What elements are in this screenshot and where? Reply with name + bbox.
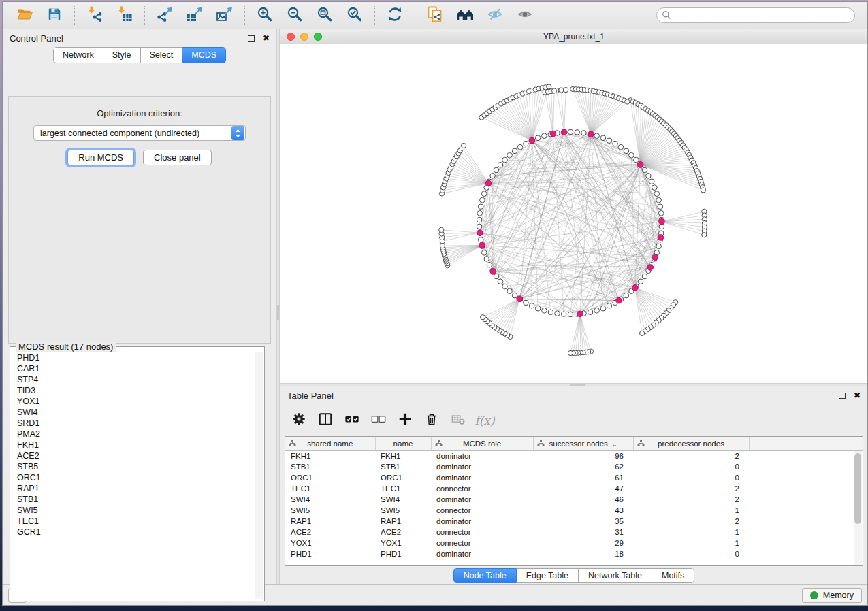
table-cell[interactable]: dominator xyxy=(431,548,533,559)
table-cell[interactable]: 0 xyxy=(633,548,749,559)
table-cell[interactable]: SWI4 xyxy=(285,494,375,505)
dominator-node[interactable] xyxy=(652,254,658,261)
network-node[interactable] xyxy=(477,224,482,229)
network-node[interactable] xyxy=(548,310,553,315)
tab-mcds[interactable]: MCDS xyxy=(182,47,226,63)
table-cell[interactable]: SWI5 xyxy=(285,505,375,516)
network-node[interactable] xyxy=(600,135,606,141)
network-node[interactable] xyxy=(613,141,618,146)
network-node[interactable] xyxy=(564,88,568,93)
table-cell[interactable]: 62 xyxy=(533,461,633,472)
network-node[interactable] xyxy=(490,173,496,178)
show-all-button[interactable] xyxy=(510,4,540,27)
table-cell[interactable]: 2 xyxy=(633,494,749,505)
table-cell[interactable]: ORC1 xyxy=(375,472,431,483)
table-cell[interactable]: RAP1 xyxy=(285,516,375,527)
network-node[interactable] xyxy=(462,143,466,148)
hide-selected-button[interactable] xyxy=(480,4,510,27)
table-cell[interactable]: 35 xyxy=(533,516,633,527)
network-node[interactable] xyxy=(638,279,643,284)
network-node[interactable] xyxy=(555,311,560,316)
network-node[interactable] xyxy=(658,204,663,210)
import-table-button[interactable] xyxy=(110,4,140,27)
dominator-node[interactable] xyxy=(477,230,483,236)
network-node[interactable] xyxy=(594,133,600,139)
table-cell[interactable]: 31 xyxy=(533,527,633,538)
table-cell[interactable]: 2 xyxy=(633,483,749,494)
deselect-all-columns-button[interactable] xyxy=(368,410,389,431)
run-mcds-button[interactable]: Run MCDS xyxy=(67,150,134,165)
column-header-MCDS-role[interactable]: MCDS role xyxy=(431,437,533,450)
table-cell[interactable]: PHD1 xyxy=(375,548,431,559)
mcds-result-item[interactable]: TEC1 xyxy=(12,516,255,527)
network-node[interactable] xyxy=(502,157,508,163)
column-header-shared-name[interactable]: shared name xyxy=(285,437,375,450)
table-cell[interactable]: 1 xyxy=(633,505,749,516)
table-cell[interactable]: ACE2 xyxy=(285,527,375,538)
column-settings-button[interactable] xyxy=(289,410,309,431)
table-cell[interactable]: ACE2 xyxy=(375,527,431,538)
network-node[interactable] xyxy=(607,138,612,144)
table-row[interactable]: TEC1TEC1connector472 xyxy=(285,483,863,494)
table-row[interactable]: ACE2ACE2connector311 xyxy=(285,527,863,538)
zoom-out-button[interactable] xyxy=(280,4,310,27)
table-row[interactable]: SWI4SWI4dominator462 xyxy=(285,494,863,505)
network-node[interactable] xyxy=(624,148,629,154)
table-cell[interactable]: 0 xyxy=(633,461,749,472)
network-node[interactable] xyxy=(517,144,523,150)
open-file-button[interactable] xyxy=(10,4,39,27)
dominator-node[interactable] xyxy=(561,129,567,135)
mcds-result-item[interactable]: STB1 xyxy=(12,494,255,505)
network-node[interactable] xyxy=(487,263,492,268)
network-node[interactable] xyxy=(481,315,485,320)
network-node[interactable] xyxy=(480,197,485,203)
table-cell[interactable]: YOX1 xyxy=(285,538,375,548)
network-node[interactable] xyxy=(654,191,660,197)
tab-network[interactable]: Network xyxy=(53,47,103,63)
dominator-node[interactable] xyxy=(479,242,485,248)
save-session-button[interactable] xyxy=(39,4,69,27)
float-icon[interactable] xyxy=(839,393,846,399)
mcds-result-item[interactable]: CAR1 xyxy=(12,363,255,374)
scrollbar-thumb[interactable] xyxy=(854,453,861,524)
column-header-successor-nodes[interactable]: successor nodes⌄ xyxy=(533,437,633,450)
table-cell[interactable]: 47 xyxy=(533,483,633,494)
network-node[interactable] xyxy=(524,300,529,306)
mcds-result-item[interactable]: RAP1 xyxy=(12,483,255,494)
export-network-button[interactable] xyxy=(150,4,180,27)
table-row[interactable]: PHD1PHD1dominator180 xyxy=(285,548,863,559)
table-cell[interactable]: dominator xyxy=(431,516,533,527)
mcds-result-item[interactable]: FKH1 xyxy=(12,440,255,450)
float-icon[interactable] xyxy=(248,35,255,42)
table-cell[interactable]: SWI5 xyxy=(375,505,431,516)
table-cell[interactable]: ORC1 xyxy=(285,472,375,483)
first-neighbors-button[interactable] xyxy=(450,4,480,27)
network-node[interactable] xyxy=(646,173,652,178)
mcds-result-item[interactable]: PMA2 xyxy=(12,429,255,440)
table-cell[interactable]: 29 xyxy=(533,538,633,548)
table-cell[interactable]: 1 xyxy=(633,527,749,538)
table-cell[interactable]: TEC1 xyxy=(375,483,431,494)
mcds-result-item[interactable]: YOX1 xyxy=(12,396,255,407)
table-row[interactable]: ORC1ORC1dominator610 xyxy=(285,472,863,483)
select-all-columns-button[interactable] xyxy=(342,410,362,431)
network-node[interactable] xyxy=(702,233,707,237)
table-row[interactable]: RAP1RAP1dominator352 xyxy=(285,516,863,527)
network-node[interactable] xyxy=(575,130,580,135)
tab-network-table[interactable]: Network Table xyxy=(579,568,652,583)
network-node[interactable] xyxy=(507,288,513,294)
tab-motifs[interactable]: Motifs xyxy=(652,568,694,583)
table-cell[interactable]: 2 xyxy=(633,450,749,461)
table-cell[interactable]: dominator xyxy=(431,450,533,461)
mcds-result-item[interactable]: STP4 xyxy=(12,374,255,385)
network-node[interactable] xyxy=(652,185,658,191)
network-node[interactable] xyxy=(701,188,705,193)
table-cell[interactable]: 43 xyxy=(533,505,633,516)
table-cell[interactable]: RAP1 xyxy=(375,516,431,527)
dominator-node[interactable] xyxy=(529,137,535,144)
network-node[interactable] xyxy=(625,99,630,104)
import-network-button[interactable] xyxy=(80,4,110,27)
dominator-node[interactable] xyxy=(632,285,639,291)
horizontal-splitter[interactable] xyxy=(280,383,867,386)
table-cell[interactable]: dominator xyxy=(431,494,533,505)
